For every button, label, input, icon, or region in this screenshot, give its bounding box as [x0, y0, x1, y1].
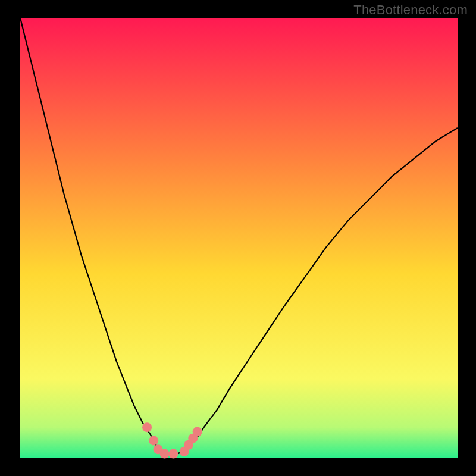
curve-marker	[168, 449, 178, 459]
plot-background	[20, 18, 458, 458]
chart-svg	[0, 0, 476, 476]
curve-marker	[193, 427, 202, 437]
chart-frame: { "watermark": "TheBottleneck.com", "col…	[0, 0, 476, 476]
curve-marker	[142, 422, 152, 432]
curve-marker	[149, 436, 158, 445]
curve-marker	[160, 449, 170, 459]
watermark-text: TheBottleneck.com	[353, 2, 468, 18]
